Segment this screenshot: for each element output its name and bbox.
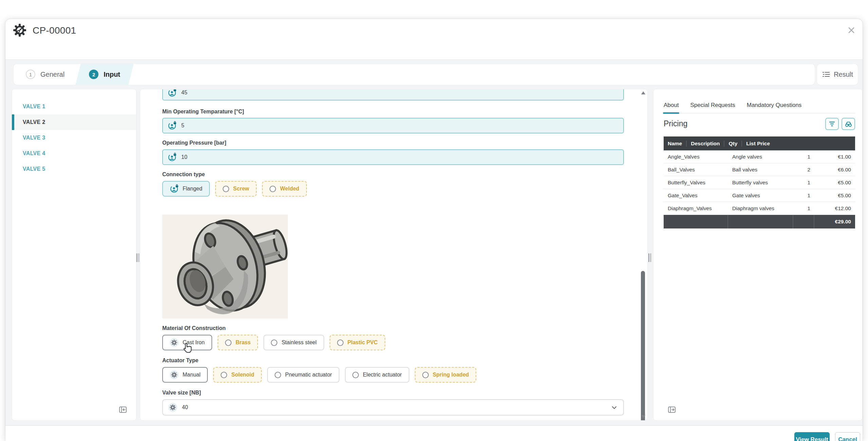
scroll-down-arrow[interactable] (641, 415, 645, 418)
product-image (162, 215, 288, 318)
user-lock-icon (168, 121, 177, 130)
close-icon (847, 26, 855, 34)
form-scrollbar (640, 89, 646, 420)
field-label: Valve size [NB] (162, 390, 201, 397)
sidebar-item-label: VALVE 3 (23, 135, 45, 141)
column-header: Name (664, 141, 687, 147)
option-button[interactable]: Pneumatic actuator (267, 367, 339, 383)
pricing-title: Pricing (664, 119, 687, 128)
pricing-table-body: Angle_Valves Angle valves 1 €1.00 Ball_V… (664, 150, 855, 215)
option-button[interactable]: Welded (262, 181, 307, 197)
sidebar-item-label: VALVE 2 (23, 119, 45, 125)
table-row: Gate_Valves Gate valves 1 €5.00 (664, 189, 855, 202)
cell-qty: 1 (793, 205, 814, 212)
form-fields: 45 Min Operating Temparature [°C] 5 Oper… (162, 89, 624, 420)
radio-icon (337, 339, 344, 346)
field-label: Actuator Type (162, 357, 198, 364)
option-button[interactable]: Solenoid (213, 367, 262, 383)
option-label: Manual (183, 372, 200, 378)
sidebar-item-label: VALVE 4 (23, 150, 45, 157)
radio-icon (221, 372, 227, 378)
gear-icon (168, 403, 177, 412)
pricing-find-button[interactable] (842, 118, 855, 130)
selection-indicator (12, 114, 14, 130)
close-button[interactable] (846, 24, 857, 36)
step-number: 2 (89, 70, 98, 79)
min-temperature-input[interactable]: 5 (162, 118, 624, 133)
panel-resize-handle-left[interactable] (136, 253, 140, 262)
panel-resize-handle-right[interactable] (648, 253, 652, 262)
radio-icon (352, 372, 359, 378)
dialog-header: CP-00001 (5, 19, 863, 59)
scroll-up-arrow[interactable] (641, 91, 645, 94)
option-button[interactable]: Screw (215, 181, 257, 197)
tab-label: Special Requests (690, 102, 735, 108)
result-button-label: Result (834, 71, 853, 78)
gear-icon (170, 370, 179, 379)
field-label: Material Of Construction (162, 325, 226, 332)
step-tab[interactable]: 2 Input (77, 64, 132, 85)
option-button[interactable]: Stainless steel (263, 335, 324, 350)
cell-description: Butterfly valves (728, 180, 793, 186)
option-button[interactable]: Brass (218, 335, 258, 350)
summary-tab[interactable]: Special Requests (690, 102, 735, 113)
list-icon (822, 70, 830, 79)
sidebar-item-valve[interactable]: VALVE 1 (12, 99, 136, 114)
sidebar-item-valve[interactable]: VALVE 3 (12, 130, 136, 146)
selection-indicator (12, 161, 14, 177)
option-button[interactable]: Manual (162, 367, 208, 383)
field-label: Connection type (162, 171, 205, 178)
step-tab[interactable]: 1 General (14, 64, 77, 85)
summary-tab[interactable]: Mandatory Questions (747, 102, 802, 113)
column-header: List Price (742, 141, 774, 147)
view-result-button[interactable]: View Result (794, 432, 830, 441)
total-price: €29.00 (814, 215, 855, 228)
max-temperature-input[interactable]: 45 (162, 89, 624, 100)
option-button[interactable]: Plastic PVC (330, 335, 385, 350)
collapse-right-panel-button[interactable] (666, 404, 677, 415)
option-label: Cast Iron (183, 339, 205, 346)
selection-indicator (12, 146, 14, 161)
pricing-table-total-row: €29.00 (664, 215, 855, 228)
sidebar-item-label: VALVE 1 (23, 104, 45, 110)
option-label: Screw (233, 186, 249, 192)
sidebar-item-valve[interactable]: VALVE 2 (12, 114, 136, 130)
option-label: Plastic PVC (348, 339, 378, 346)
sidebar-item-valve[interactable]: VALVE 4 (12, 146, 136, 161)
chevron-down-icon (611, 404, 618, 411)
field-label: Operating Pressure [bar] (162, 140, 226, 147)
gear-wrench-icon (13, 23, 26, 37)
column-header: Qty (724, 141, 742, 147)
cell-price: €5.00 (814, 180, 855, 186)
summary-tabs: About Special Requests Mandatory Questio… (664, 102, 855, 113)
collapse-left-panel-button[interactable] (117, 404, 128, 415)
dialog-footer: View Result Cancel (5, 425, 863, 441)
pricing-filter-button[interactable] (825, 118, 839, 130)
operating-pressure-input[interactable]: 10 (162, 149, 624, 165)
cell-price: €5.00 (814, 192, 855, 199)
result-button[interactable]: Result (817, 64, 858, 85)
field-value: 10 (181, 154, 187, 160)
field-value: 45 (181, 90, 187, 96)
sidebar-item-valve[interactable]: VALVE 5 (12, 161, 136, 177)
option-button[interactable]: Spring loaded (415, 367, 477, 383)
stepper-bar: 1 General 2 Input (14, 64, 815, 85)
cell-qty: 1 (793, 192, 814, 199)
field-label: Min Operating Temparature [°C] (162, 109, 244, 115)
summary-tab[interactable]: About (664, 102, 679, 113)
option-button[interactable]: Cast Iron (162, 335, 212, 350)
radio-icon (422, 372, 429, 378)
table-row: Ball_Valves Ball valves 2 €6.00 (664, 163, 855, 176)
option-label: Stainless steel (281, 339, 316, 346)
cancel-button[interactable]: Cancel (835, 432, 860, 441)
table-row: Angle_Valves Angle valves 1 €1.00 (664, 150, 855, 163)
selection-indicator (12, 99, 14, 114)
connection-type-options: Flanged Screw Welded (162, 181, 307, 197)
pricing-actions (825, 118, 855, 130)
table-row: Diaphragm_Valves Diaphragm valves 1 €12.… (664, 202, 855, 215)
scrollbar-thumb[interactable] (641, 271, 645, 420)
option-button[interactable]: Flanged (162, 181, 210, 197)
sidebar-item-label: VALVE 5 (23, 166, 45, 172)
option-button[interactable]: Electric actuator (345, 367, 409, 383)
valve-size-select[interactable]: 40 (162, 399, 624, 416)
